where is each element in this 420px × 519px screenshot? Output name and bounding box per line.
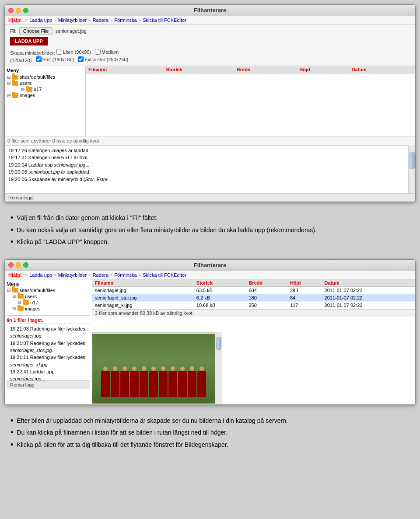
close-button[interactable] — [8, 8, 14, 13]
folder-icon2-3 — [18, 306, 24, 311]
log2-0: 19:21:03 Radering av filer lyckades: — [10, 326, 87, 332]
toolbar2-förminska[interactable]: Förminska — [114, 272, 136, 278]
log-entry-3: 19:20:06 seniorlaget.jpg är uppladdad. — [8, 169, 405, 175]
window2-toolbar: Hjälp! » Ladda upp » Miniatyrbilder » Ra… — [5, 271, 415, 279]
extra-stor-checkbox[interactable] — [78, 56, 84, 62]
liten-checkbox[interactable] — [56, 49, 62, 55]
maximize-button[interactable] — [23, 8, 28, 13]
preview-scrollbar[interactable] — [215, 332, 222, 404]
table2-row-1[interactable]: seniorlaget_stor.jpg 6.2 kB 180 84 2011-… — [92, 294, 415, 301]
log-scrollbar[interactable] — [408, 145, 415, 193]
player-11 — [197, 371, 206, 397]
window1-toolbar: Hjälp! » Ladda upp » Miniatyrbilder » Ra… — [5, 16, 415, 24]
upload-area: Fil: Choose File seniorlaget.jpg LADDA U… — [5, 24, 415, 66]
stor-checkbox[interactable] — [36, 56, 42, 62]
table2-row-0[interactable]: seniorlaget.jpg 63.5 kB 604 283 2011-01-… — [92, 286, 415, 294]
player-4 — [130, 371, 139, 397]
window2-split: Meny ⊟ sites/default/files ⊟ users ⊟ u17… — [5, 279, 415, 404]
bullet2-text-3: Klicka på bilen för att ta dig tillbaka … — [17, 440, 228, 449]
fil-label: Fil: — [10, 28, 17, 34]
player-8 — [168, 371, 177, 397]
col-bredd[interactable]: Bredd — [234, 66, 297, 73]
toolbar2-miniatyrbilder[interactable]: Miniatyrbilder — [58, 272, 87, 278]
col-filnamn[interactable]: Filnamn — [86, 66, 163, 73]
bullet-dot-2: • — [10, 226, 13, 235]
collapse-icon2-3: ⊟ — [12, 306, 16, 311]
toolbar-ladda-upp[interactable]: Ladda upp — [29, 17, 52, 23]
col2-bredd[interactable]: Bredd — [246, 279, 287, 287]
log-entry-1: 19:17:31 Katalogen users/u17 är tom. — [8, 154, 405, 161]
image-preview — [92, 332, 215, 404]
toolbar2-fckeditor[interactable]: Skicka till FCKEditor — [143, 272, 186, 278]
medium-checkbox[interactable] — [95, 49, 101, 55]
tree2-label-3: images — [25, 306, 40, 311]
log2-5: seniorlaget_xl.jpg. — [10, 362, 87, 368]
player-10 — [188, 371, 196, 397]
table2-row-2[interactable]: seniorlaget_xl.jpg 10.68 kB 250 117 2011… — [92, 301, 415, 309]
player-5 — [140, 371, 148, 397]
minimize-button[interactable] — [16, 8, 21, 13]
bullet-2: • Du kan också välja att samtidigt göra … — [10, 226, 410, 235]
status-bar: 3 filer som använder 80.38 kB av oändlig… — [92, 309, 415, 317]
thumbnails-label: Skapa miniatyrbilder: — [10, 50, 55, 56]
choose-file-button[interactable]: Choose File — [19, 27, 53, 35]
cell-size-0: 63.5 kB — [194, 286, 246, 294]
toolbar-radera[interactable]: Radera — [93, 17, 108, 23]
toolbar-förminska[interactable]: Förminska — [114, 17, 136, 23]
cell-width-0: 604 — [246, 286, 287, 294]
file-name-display: seniorlaget.jpg — [55, 28, 87, 34]
minimize-button-2[interactable] — [16, 262, 21, 268]
help-label: Hjälp! — [8, 17, 22, 23]
collapse-icon2-0: ⊟ — [7, 288, 11, 293]
tree-item-2[interactable]: ⊟ u17 — [21, 86, 84, 92]
tree-panel: Meny ⊟ sites/default/files ⊟ users ⊟ u17 — [5, 66, 86, 136]
close-button-2[interactable] — [8, 262, 14, 268]
tree-item-3[interactable]: ⊟ images — [7, 92, 84, 98]
tree-panel-2: Meny ⊟ sites/default/files ⊟ users ⊟ u17… — [5, 279, 92, 404]
toolbar-miniatyrbilder[interactable]: Miniatyrbilder — [58, 17, 87, 23]
collapse-icon: ⊟ — [7, 75, 11, 80]
player-3 — [120, 371, 129, 397]
tree2-item-3[interactable]: ⊟ images — [12, 306, 90, 312]
rensa-logg-1[interactable]: Rensa logg — [5, 193, 415, 202]
bullet-dot-3: • — [10, 237, 13, 247]
player-1 — [101, 371, 110, 397]
folder-icon-2 — [26, 87, 32, 92]
scrollbar-thumb[interactable] — [410, 152, 415, 169]
col2-filnamn[interactable]: Filnamn — [92, 279, 194, 287]
col2-höjd[interactable]: Höjd — [287, 279, 322, 287]
col-datum[interactable]: Datum — [349, 66, 415, 73]
ladda-upp-button[interactable]: LADDA UPP — [10, 37, 48, 45]
help-label-2: Hjälp! — [8, 272, 22, 278]
file-table-area: Filnamn Storlek Bredd Höjd Datum seniorl… — [92, 279, 415, 332]
col2-storlek[interactable]: Storlek — [194, 279, 246, 287]
cell-width-1: 180 — [246, 294, 287, 301]
selected-label: än 1 filer i taget. — [7, 317, 90, 323]
tree-item-0[interactable]: ⊟ sites/default/files — [7, 74, 84, 80]
toolbar-fckeditor[interactable]: Skicka till FCKEditor — [143, 17, 186, 23]
cell-name-0: seniorlaget.jpg — [92, 286, 194, 294]
file-list-panel-2: Filnamn Storlek Bredd Höjd Datum seniorl… — [92, 279, 415, 404]
tree-label-2: u17 — [34, 87, 42, 92]
toolbar2-ladda-upp[interactable]: Ladda upp — [29, 272, 52, 278]
col2-datum[interactable]: Datum — [322, 279, 415, 287]
tree-item-1[interactable]: ⊟ users — [7, 80, 84, 86]
team-photo — [92, 334, 215, 404]
tree2-item-2[interactable]: ⊟ u17 — [17, 300, 90, 306]
bullets-section-1: • Välj en fil från din dator genom att k… — [4, 210, 416, 253]
file-list-panel: Filnamn Storlek Bredd Höjd Datum — [86, 66, 415, 136]
cell-size-1: 6.2 kB — [194, 294, 246, 301]
collapse-icon2-1: ⊟ — [12, 294, 16, 299]
player-2 — [111, 371, 119, 397]
bullet2-text-2: Du kan klicka på filnamnen i listan för … — [17, 428, 228, 437]
maximize-button-2[interactable] — [23, 262, 28, 268]
rensa-logg-2[interactable]: Rensa logg — [7, 380, 90, 389]
log-area: 19:17:26 Katalogen images är laddad. 19:… — [5, 145, 408, 193]
bullet-3: • Klicka på "LADDA UPP" knappen. — [10, 237, 410, 247]
cell-date-0: 2011-01-07 02:22 — [322, 286, 415, 294]
col-storlek[interactable]: Storlek — [163, 66, 234, 73]
preview-scrollbar-thumb[interactable] — [216, 337, 221, 350]
col-höjd[interactable]: Höjd — [297, 66, 349, 73]
tree2-label-2: u17 — [30, 300, 38, 305]
toolbar2-radera[interactable]: Radera — [93, 272, 108, 278]
